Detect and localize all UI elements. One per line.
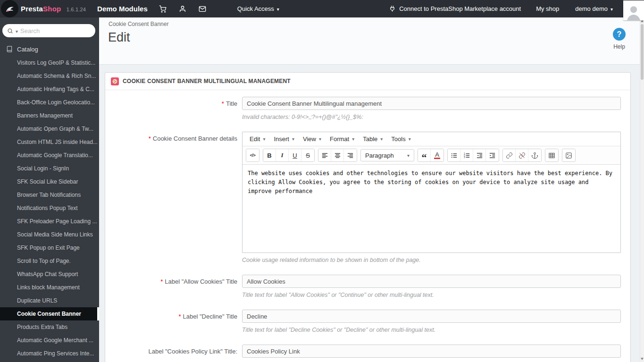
brand[interactable]: PrestaShop 1.6.1.24 — [21, 5, 86, 13]
sidebar-item[interactable]: Automatic Google Translatio... — [0, 149, 99, 162]
outdent-icon[interactable] — [473, 149, 486, 161]
editor-menu-item[interactable]: Table — [359, 134, 387, 144]
sidebar-item[interactable]: Notifications Popup Text — [0, 202, 99, 215]
avatar-silhouette-icon — [626, 4, 642, 20]
editor-menu-label: Table — [363, 135, 377, 143]
link-icon[interactable] — [503, 149, 516, 161]
avatar[interactable] — [623, 0, 644, 20]
sidebar-item[interactable]: Banners Management — [0, 109, 99, 122]
sidebar-item-label: Social Login - SignIn — [17, 165, 69, 172]
sidebar-item[interactable]: Back-Office Login Geolocatio... — [0, 96, 99, 109]
sidebar-item[interactable]: SFK Popup on Exit Page — [0, 241, 99, 254]
sidebar-item[interactable]: Duplicate URLS — [0, 294, 99, 307]
underline-icon[interactable] — [289, 149, 301, 161]
catalog-label: Catalog — [17, 46, 38, 53]
editor-menu-label: Tools — [391, 135, 405, 143]
search-type-chevron-icon[interactable] — [16, 26, 18, 35]
sidebar-item[interactable]: Social Media Side Menu Links — [0, 228, 99, 241]
sidebar-item[interactable]: Scroll to Top of Page. — [0, 254, 99, 268]
panel-header: COOKIE CONSENT BANNER MULTILINGUAL MANAG… — [105, 73, 630, 90]
allow-cookies-input[interactable] — [242, 275, 621, 288]
prestashop-bird-icon — [4, 3, 16, 15]
search-icon — [7, 28, 13, 34]
vertical-scrollbar[interactable] — [640, 17, 644, 362]
sidebar-item[interactable]: Automatic Schema & Rich Sn... — [0, 69, 99, 83]
user-menu[interactable]: demo demo — [575, 5, 613, 12]
numbered-list-icon[interactable]: 123 — [460, 149, 473, 161]
sidebar-item[interactable]: Automatic Open Graph & Tw... — [0, 122, 99, 135]
italic-icon[interactable] — [276, 149, 289, 161]
demo-modules-menu[interactable]: Demo Modules — [97, 5, 148, 13]
edit-panel: COOKIE CONSENT BANNER MULTILINGUAL MANAG… — [105, 72, 631, 362]
prestashop-logo[interactable] — [1, 0, 18, 17]
sidebar-item[interactable]: Social Login - SignIn — [0, 162, 99, 175]
sidebar-item-catalog[interactable]: Catalog — [0, 42, 99, 56]
paragraph-format-select[interactable]: Paragraph — [360, 149, 414, 161]
sidebar-item-label: Automatic Google Merchant ... — [17, 337, 93, 344]
editor-paragraph: The website uses cookies and other techn… — [248, 169, 615, 196]
sidebar-item[interactable]: SFK Social Like Sidebar — [0, 175, 99, 188]
editor-content[interactable]: The website uses cookies and other techn… — [243, 165, 620, 253]
allow-row: Label "Allow Cookies" Title Title text f… — [105, 275, 630, 298]
table-icon[interactable] — [545, 149, 558, 161]
sidebar-item[interactable]: Browser Tab Notifications — [0, 188, 99, 202]
sidebar-item[interactable]: Automatic Hreflang Tags & C... — [0, 83, 99, 96]
sidebar-item-label: SFK Social Like Sidebar — [17, 178, 78, 185]
brand-presta: Presta — [21, 5, 43, 13]
bullet-list-icon[interactable] — [448, 149, 460, 161]
sidebar-item[interactable]: Cookie Consent Banner — [0, 307, 99, 320]
source-code-icon[interactable] — [246, 149, 259, 161]
cart-icon[interactable] — [159, 5, 167, 13]
anchor-icon[interactable] — [528, 149, 541, 161]
editor-menu-item[interactable]: Insert — [269, 134, 299, 144]
version-label: 1.6.1.24 — [67, 7, 86, 12]
policy-link-input[interactable] — [242, 345, 621, 358]
sidebar-item[interactable]: Links block Management — [0, 281, 99, 294]
align-left-icon[interactable] — [318, 149, 331, 161]
sidebar-item[interactable]: Visitors Log GeoIP & Statistic... — [0, 56, 99, 69]
sidebar-item-label: Automatic Google Translatio... — [17, 152, 93, 159]
indent-icon[interactable] — [486, 149, 499, 161]
text-color-icon[interactable] — [431, 149, 443, 161]
unlink-icon[interactable] — [516, 149, 528, 161]
sidebar-item[interactable]: SFK Preloader Page Loading ... — [0, 215, 99, 228]
decline-input[interactable] — [242, 310, 621, 323]
edit-form: Title Invalid characters: 0-9!<>,;?=+()@… — [105, 90, 630, 358]
search-input[interactable] — [20, 27, 91, 34]
blockquote-icon[interactable] — [418, 149, 431, 161]
help-question-icon — [613, 28, 626, 41]
sidebar-search[interactable] — [2, 24, 95, 37]
sidebar-item[interactable]: Custom HTML JS inside Head... — [0, 135, 99, 149]
connect-plug-icon — [389, 5, 396, 12]
scroll-down-arrow-icon[interactable] — [640, 356, 644, 361]
messages-icon[interactable] — [199, 5, 206, 13]
chevron-down-icon — [409, 136, 411, 142]
editor-menu-item[interactable]: Tools — [387, 134, 415, 144]
chevron-down-icon — [277, 5, 279, 12]
my-shop-link[interactable]: My shop — [536, 5, 559, 12]
help-button[interactable]: Help — [613, 28, 626, 50]
sidebar-item[interactable]: Automatic Google Merchant ... — [0, 334, 99, 347]
sidebar-item-label: Automatic Schema & Rich Sn... — [17, 73, 96, 79]
editor-menu-item[interactable]: Format — [326, 134, 359, 144]
chevron-down-icon — [611, 5, 613, 12]
customer-icon[interactable] — [179, 5, 186, 13]
sidebar-item[interactable]: Products Extra Tabs — [0, 320, 99, 334]
align-right-icon[interactable] — [344, 149, 357, 161]
align-center-icon[interactable] — [331, 149, 344, 161]
details-row: Cookie Consent Banner details Edit — [105, 132, 630, 263]
image-icon[interactable] — [562, 149, 575, 161]
scrollbar-thumb[interactable] — [641, 24, 644, 80]
sidebar-item[interactable]: Automatic Ping Services Inte... — [0, 347, 99, 360]
quick-access-menu[interactable]: Quick Access — [237, 5, 279, 12]
user-name-label: demo demo — [575, 5, 608, 12]
sidebar-item[interactable]: WhatsApp Chat Support — [0, 268, 99, 281]
sidebar-item-label: Automatic Hreflang Tags & C... — [17, 86, 94, 93]
strikethrough-icon[interactable] — [301, 149, 314, 161]
bold-icon[interactable] — [263, 149, 276, 161]
marketplace-connect-link[interactable]: Connect to PrestaShop Marketplace accoun… — [389, 5, 521, 12]
editor-menu-item[interactable]: View — [299, 134, 326, 144]
editor-menu-item[interactable]: Edit — [245, 134, 269, 144]
panel-title: COOKIE CONSENT BANNER MULTILINGUAL MANAG… — [123, 78, 291, 84]
title-input[interactable] — [242, 97, 621, 110]
